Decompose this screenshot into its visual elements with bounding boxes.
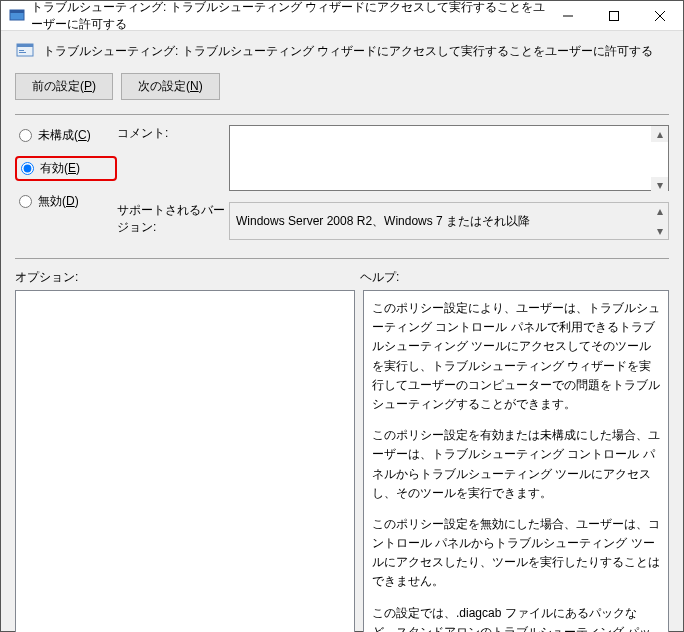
svg-rect-3 [610,11,619,20]
content-area: トラブルシューティング: トラブルシューティング ウィザードにアクセスして実行す… [1,31,683,632]
policy-header: トラブルシューティング: トラブルシューティング ウィザードにアクセスして実行す… [15,41,669,61]
section-labels: オプション: ヘルプ: [15,269,669,286]
app-icon [9,8,25,24]
nav-buttons: 前の設定(P) 次の設定(N) [15,73,669,100]
radio-not-configured[interactable]: 未構成(C) [15,125,117,146]
comment-field-row: コメント: ▴ ▾ [117,125,669,194]
next-setting-button[interactable]: 次の設定(N) [121,73,220,100]
config-grid: 未構成(C) 有効(E) 無効(D) コメント: ▴ [15,125,669,248]
scroll-down-icon[interactable]: ▾ [651,223,668,239]
options-label: オプション: [15,269,360,286]
svg-rect-8 [19,50,24,51]
radio-enabled[interactable]: 有効(E) [15,156,117,181]
svg-rect-7 [17,44,33,47]
maximize-button[interactable] [591,1,637,31]
radio-group: 未構成(C) 有効(E) 無効(D) [15,125,117,248]
divider [15,114,669,115]
comment-input[interactable] [229,125,669,191]
fields-column: コメント: ▴ ▾ サポートされるバージョン: Windows Server 2… [117,125,669,248]
help-paragraph: このポリシー設定を無効にした場合、ユーザーは、コントロール パネルからトラブルシ… [372,515,660,592]
dialog-window: トラブルシューティング: トラブルシューティング ウィザードにアクセスして実行す… [0,0,684,632]
options-panel [15,290,355,632]
scroll-up-icon[interactable]: ▴ [651,203,668,219]
divider [15,258,669,259]
radio-enabled-input[interactable] [21,162,34,175]
supported-value: Windows Server 2008 R2、Windows 7 またはそれ以降 [236,213,530,230]
window-title: トラブルシューティング: トラブルシューティング ウィザードにアクセスして実行す… [31,0,545,33]
help-panel: このポリシー設定により、ユーザーは、トラブルシューティング コントロール パネル… [363,290,669,632]
prev-setting-button[interactable]: 前の設定(P) [15,73,113,100]
supported-field-row: サポートされるバージョン: Windows Server 2008 R2、Win… [117,202,669,240]
help-paragraph: このポリシー設定を有効または未構成にした場合、ユーザーは、トラブルシューティング… [372,426,660,503]
radio-not-configured-input[interactable] [19,129,32,142]
policy-title: トラブルシューティング: トラブルシューティング ウィザードにアクセスして実行す… [43,43,653,60]
help-label: ヘルプ: [360,269,669,286]
svg-rect-1 [10,10,24,13]
scroll-arrows: ▴ ▾ [651,203,668,239]
radio-disabled-input[interactable] [19,195,32,208]
panels: このポリシー設定により、ユーザーは、トラブルシューティング コントロール パネル… [15,290,669,632]
help-paragraph: このポリシー設定により、ユーザーは、トラブルシューティング コントロール パネル… [372,299,660,414]
policy-icon [15,41,35,61]
window-controls [545,1,683,31]
supported-versions: Windows Server 2008 R2、Windows 7 またはそれ以降 [229,202,669,240]
minimize-button[interactable] [545,1,591,31]
svg-rect-9 [19,52,26,53]
close-button[interactable] [637,1,683,31]
scroll-down-icon[interactable]: ▾ [651,177,668,193]
titlebar: トラブルシューティング: トラブルシューティング ウィザードにアクセスして実行す… [1,1,683,31]
radio-disabled[interactable]: 無効(D) [15,191,117,212]
supported-label: サポートされるバージョン: [117,202,229,240]
radio-label: 未構成(C) [38,127,91,144]
radio-label: 有効(E) [40,160,80,177]
radio-label: 無効(D) [38,193,79,210]
comment-label: コメント: [117,125,229,194]
scroll-up-icon[interactable]: ▴ [651,126,668,142]
help-paragraph: この設定では、.diagcab ファイルにあるパックなど、スタンドアロンのトラブ… [372,604,660,632]
scroll-arrows: ▴ ▾ [651,126,668,193]
